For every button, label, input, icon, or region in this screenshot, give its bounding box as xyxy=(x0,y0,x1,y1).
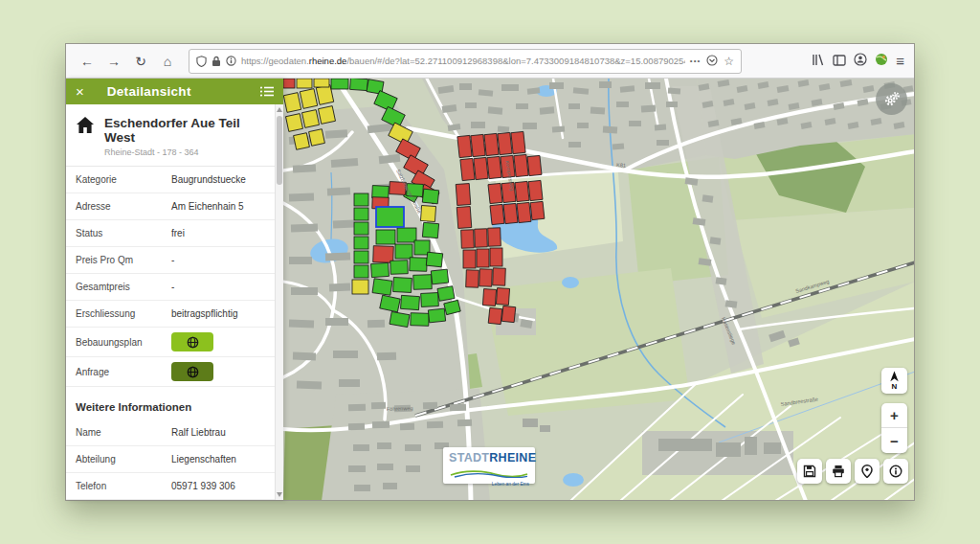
map-parcel[interactable] xyxy=(496,288,509,306)
map-settings-button[interactable] xyxy=(876,83,907,115)
selected-parcel[interactable] xyxy=(376,207,404,227)
map-canvas[interactable]: Salzbergener StraßeK81KemperswegHasensti… xyxy=(283,79,914,500)
map-parcel[interactable] xyxy=(456,184,471,206)
save-button[interactable] xyxy=(797,459,822,484)
info-button[interactable] xyxy=(883,459,908,484)
map-parcel[interactable] xyxy=(393,278,412,293)
map-parcel[interactable] xyxy=(314,79,329,87)
map-parcel[interactable] xyxy=(286,114,303,132)
map-parcel[interactable] xyxy=(428,308,445,323)
zoom-out-button[interactable]: − xyxy=(881,428,907,453)
map-parcel[interactable] xyxy=(474,157,488,179)
map-parcel[interactable] xyxy=(283,79,295,88)
url-text[interactable]: https://geodaten.rheine.de/bauen/#/de?la… xyxy=(241,56,685,66)
map-parcel[interactable] xyxy=(527,155,542,175)
map-parcel[interactable] xyxy=(488,228,501,246)
map-parcel[interactable] xyxy=(376,230,395,244)
map-parcel[interactable] xyxy=(422,222,438,238)
map-parcel[interactable] xyxy=(372,186,390,199)
map-parcel[interactable] xyxy=(354,208,368,220)
map-parcel[interactable] xyxy=(410,258,427,272)
map-parcel[interactable] xyxy=(517,202,531,222)
map-parcel[interactable] xyxy=(354,265,368,278)
map-parcel[interactable] xyxy=(515,181,529,201)
scrollbar-thumb[interactable] xyxy=(277,116,282,185)
tracking-shield-icon[interactable] xyxy=(196,56,207,67)
map-parcel[interactable] xyxy=(460,158,475,180)
scroll-up-arrow[interactable] xyxy=(277,107,282,112)
lock-icon[interactable] xyxy=(212,56,221,67)
map-parcel[interactable] xyxy=(411,313,429,327)
map-parcel[interactable] xyxy=(475,229,488,247)
map-parcel[interactable] xyxy=(528,180,543,200)
map-parcel[interactable] xyxy=(514,154,528,176)
bebauungsplan-button[interactable] xyxy=(171,332,213,351)
reload-button[interactable]: ↻ xyxy=(129,50,152,73)
panel-scrollbar[interactable] xyxy=(275,104,283,500)
permissions-icon[interactable] xyxy=(226,56,236,66)
anfrage-button[interactable] xyxy=(171,362,213,381)
map-parcel[interactable] xyxy=(309,129,325,147)
map-parcel[interactable] xyxy=(501,306,516,322)
map-parcel[interactable] xyxy=(302,110,320,128)
map-parcel[interactable] xyxy=(294,133,310,150)
map-parcel[interactable] xyxy=(413,275,433,290)
map-parcel[interactable] xyxy=(373,246,394,263)
map-parcel[interactable] xyxy=(331,79,348,89)
map-parcel[interactable] xyxy=(431,269,448,284)
north-compass-button[interactable]: N xyxy=(881,368,907,394)
map-parcel[interactable] xyxy=(390,311,410,327)
map-parcel[interactable] xyxy=(488,307,502,324)
map-parcel[interactable] xyxy=(372,279,392,295)
back-button[interactable]: ← xyxy=(76,50,99,73)
url-bar[interactable]: https://geodaten.rheine.de/bauen/#/de?la… xyxy=(189,49,742,74)
print-button[interactable] xyxy=(826,459,851,484)
map-parcel[interactable] xyxy=(350,79,368,91)
map-parcel[interactable] xyxy=(457,207,472,229)
map-parcel[interactable] xyxy=(420,205,435,221)
map-parcel[interactable] xyxy=(354,222,368,235)
pocket-icon[interactable] xyxy=(706,53,718,70)
map-parcel[interactable] xyxy=(352,280,368,294)
map-parcel[interactable] xyxy=(503,203,518,223)
forward-button[interactable]: → xyxy=(102,50,125,73)
map-parcel[interactable] xyxy=(297,79,312,88)
library-icon[interactable] xyxy=(812,53,825,70)
map-parcel[interactable] xyxy=(477,249,489,267)
map-parcel[interactable] xyxy=(300,89,317,109)
map-parcel[interactable] xyxy=(493,268,506,285)
map-parcel[interactable] xyxy=(487,156,501,178)
sidebar-icon[interactable] xyxy=(833,53,846,70)
list-menu-icon[interactable] xyxy=(260,86,274,97)
map-parcel[interactable] xyxy=(490,204,504,224)
locate-button[interactable] xyxy=(855,459,880,484)
page-actions-icon[interactable]: ••• xyxy=(690,57,701,65)
home-button[interactable]: ⌂ xyxy=(156,50,179,73)
map-parcel[interactable] xyxy=(390,261,408,275)
map-parcel[interactable] xyxy=(354,251,368,263)
map-parcel[interactable] xyxy=(484,133,499,155)
map-parcel[interactable] xyxy=(461,230,475,248)
scroll-down-arrow[interactable] xyxy=(277,492,282,497)
bookmark-star-icon[interactable]: ☆ xyxy=(724,55,734,68)
menu-icon[interactable]: ≡ xyxy=(896,53,904,69)
map-parcel[interactable] xyxy=(490,248,502,266)
map-parcel[interactable] xyxy=(422,189,438,204)
map-parcel[interactable] xyxy=(479,269,493,286)
map-parcel[interactable] xyxy=(426,252,442,267)
map-parcel[interactable] xyxy=(463,250,476,268)
map-parcel[interactable] xyxy=(395,244,412,259)
map-parcel[interactable] xyxy=(457,135,472,157)
map-parcel[interactable] xyxy=(488,183,502,203)
extension-globe-icon[interactable] xyxy=(875,53,888,70)
map-parcel[interactable] xyxy=(530,201,545,219)
map-parcel[interactable] xyxy=(466,270,479,287)
map-parcel[interactable] xyxy=(371,262,390,277)
zoom-in-button[interactable]: + xyxy=(881,403,907,428)
map-parcel[interactable] xyxy=(421,293,439,307)
close-panel-button[interactable]: × xyxy=(76,84,84,99)
map-parcel[interactable] xyxy=(437,286,455,302)
map-parcel[interactable] xyxy=(498,132,512,154)
map-parcel[interactable] xyxy=(471,134,485,156)
map-parcel[interactable] xyxy=(397,228,416,242)
